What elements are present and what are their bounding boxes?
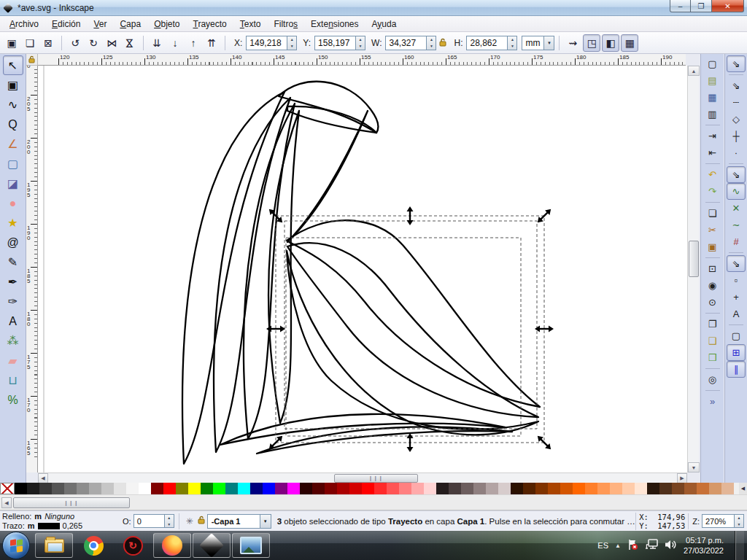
w-field[interactable]: 34,327 ▲▼ — [385, 36, 436, 50]
move-patterns-toggle[interactable]: ▦ — [621, 34, 638, 52]
color-swatch[interactable] — [511, 483, 523, 494]
color-swatch[interactable] — [238, 483, 250, 494]
ruler-corner[interactable] — [26, 54, 38, 66]
color-swatch[interactable] — [411, 483, 424, 494]
selector-tool[interactable]: ↖ — [3, 55, 23, 75]
color-swatch[interactable] — [473, 483, 486, 494]
layer-lock-icon[interactable] — [198, 516, 205, 526]
snap-nodes-button[interactable]: ⇘ — [727, 166, 746, 183]
lower-button[interactable]: ↓ — [166, 34, 184, 52]
color-swatch[interactable] — [15, 483, 27, 494]
maximize-button[interactable]: ❐ — [691, 0, 711, 12]
color-swatch[interactable] — [101, 483, 114, 494]
lock-ratio-icon[interactable] — [439, 38, 446, 48]
save-button[interactable]: ▦ — [703, 89, 722, 106]
spray-tool[interactable]: ⁂ — [3, 331, 23, 351]
menu-texto[interactable]: Texto — [233, 18, 268, 31]
star-tool[interactable]: ★ — [3, 213, 23, 233]
paste-button[interactable]: ▣ — [703, 238, 722, 255]
snap-smooth-button[interactable]: ∼ — [727, 217, 746, 233]
zoom-tool[interactable]: Q — [3, 114, 23, 134]
snap-text-baseline-button[interactable]: A — [727, 306, 746, 322]
color-swatch[interactable] — [486, 483, 498, 494]
snap-bbox-button[interactable]: ⇘ — [727, 77, 746, 94]
color-swatch[interactable] — [635, 483, 647, 494]
zoom-page-button[interactable]: ⊙ — [703, 294, 722, 311]
redo-button[interactable]: ↷ — [703, 183, 722, 200]
color-swatch[interactable] — [325, 483, 337, 494]
menu-ayuda[interactable]: Ayuda — [365, 18, 403, 31]
color-swatch[interactable] — [275, 483, 287, 494]
color-swatch[interactable] — [709, 483, 721, 494]
tweak-tool[interactable]: ∿ — [3, 95, 23, 114]
volume-icon[interactable] — [665, 539, 677, 553]
snap-bbox-centers-button[interactable]: ∙ — [727, 144, 746, 161]
color-swatch[interactable] — [647, 483, 659, 494]
group-button[interactable]: ❑ — [703, 332, 722, 349]
snap-enable-button[interactable]: ⇘ — [727, 55, 746, 72]
overflow-button[interactable]: » — [703, 393, 722, 410]
color-swatch[interactable] — [225, 483, 238, 494]
measure-tool[interactable]: ∠ — [3, 134, 23, 154]
color-swatch[interactable] — [597, 483, 610, 494]
text-tool[interactable]: A — [3, 311, 23, 331]
color-swatch[interactable] — [287, 483, 300, 494]
menu-objeto[interactable]: Objeto — [147, 18, 186, 31]
color-swatch[interactable] — [436, 483, 449, 494]
scale-stroke-toggle[interactable]: ⇝ — [564, 34, 581, 52]
color-swatch[interactable] — [163, 483, 176, 494]
color-swatch[interactable] — [548, 483, 560, 494]
palette-scrollbar[interactable]: ◀ ❙❙❙ — [0, 494, 747, 510]
raise-button[interactable]: ↑ — [185, 34, 202, 52]
taskbar-photos-button[interactable] — [232, 533, 270, 558]
zoom-selection-button[interactable]: ⊡ — [703, 260, 722, 277]
x-spinner[interactable]: ▲▼ — [287, 36, 297, 50]
snap-rotation-centers-button[interactable]: + — [727, 289, 746, 306]
taskbar-inkscape-button[interactable] — [193, 533, 231, 558]
language-indicator[interactable]: ES — [597, 541, 608, 550]
cut-button[interactable]: ✂ — [703, 222, 722, 238]
stroke-color-swatch[interactable] — [38, 523, 60, 529]
snap-bbox-midpoints-button[interactable]: ┼ — [727, 128, 746, 144]
color-swatch[interactable] — [250, 483, 263, 494]
color-swatch[interactable] — [263, 483, 275, 494]
rotate-ccw-button[interactable]: ↺ — [66, 34, 84, 52]
taskbar-redapp-button[interactable]: ↻ — [114, 533, 152, 558]
color-none-swatch[interactable] — [0, 483, 15, 494]
color-swatch[interactable] — [697, 483, 709, 494]
node-tool[interactable]: ▣ — [3, 75, 23, 95]
snap-bbox-corners-button[interactable]: ◇ — [727, 111, 746, 128]
y-spinner[interactable]: ▲▼ — [355, 36, 365, 50]
color-swatch[interactable] — [188, 483, 201, 494]
start-button[interactable] — [2, 532, 30, 559]
action-center-icon[interactable] — [627, 539, 638, 553]
x-field[interactable]: 149,218 ▲▼ — [246, 36, 297, 50]
menu-ver[interactable]: Ver — [87, 18, 113, 31]
taskbar-firefox-button[interactable] — [153, 533, 191, 558]
color-swatch[interactable] — [151, 483, 163, 494]
w-spinner[interactable]: ▲▼ — [426, 36, 436, 50]
bezier-tool[interactable]: ✒ — [3, 272, 23, 292]
color-swatch[interactable] — [498, 483, 511, 494]
undo-button[interactable]: ↶ — [703, 166, 722, 183]
color-swatch[interactable] — [126, 483, 139, 494]
color-swatch[interactable] — [424, 483, 436, 494]
titlebar[interactable]: *ave.svg - Inkscape – ❐ ✕ — [0, 0, 747, 16]
color-swatch[interactable] — [349, 483, 362, 494]
import-button[interactable]: ⇥ — [703, 128, 722, 144]
color-swatch[interactable] — [213, 483, 225, 494]
color-swatch[interactable] — [77, 483, 89, 494]
3dbox-tool[interactable]: ◪ — [3, 174, 23, 193]
deselect-button[interactable]: ⊠ — [39, 34, 57, 52]
horizontal-scrollbar[interactable]: ◀ ❙❙❙ ▶ — [38, 472, 687, 483]
copy-button[interactable]: ❏ — [703, 205, 722, 222]
color-swatch[interactable] — [89, 483, 101, 494]
menu-capa[interactable]: Capa — [113, 18, 147, 31]
flip-vertical-button[interactable]: ⋈ — [121, 34, 139, 52]
color-swatch[interactable] — [659, 483, 672, 494]
minimize-button[interactable]: – — [670, 0, 691, 12]
open-document-button[interactable]: ▤ — [703, 72, 722, 89]
network-icon[interactable] — [645, 539, 658, 552]
layer-selector[interactable]: -Capa 1 ▼ — [207, 514, 271, 529]
ungroup-button[interactable]: ❒ — [703, 349, 722, 366]
